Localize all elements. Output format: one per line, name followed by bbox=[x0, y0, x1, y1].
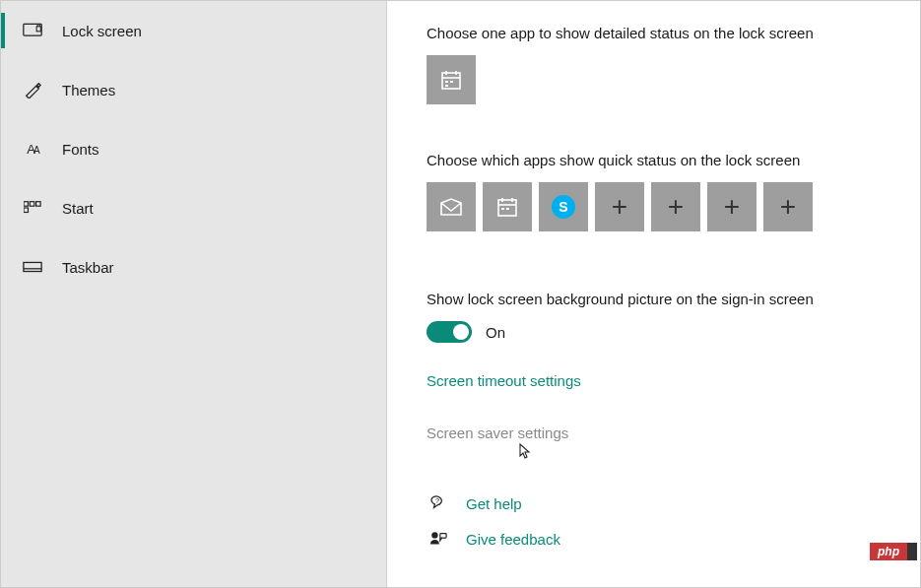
plus-icon: + bbox=[780, 193, 796, 221]
svg-rect-13 bbox=[450, 81, 453, 83]
svg-point-22 bbox=[431, 532, 437, 538]
themes-icon bbox=[21, 81, 44, 98]
calendar-icon bbox=[439, 68, 463, 92]
svg-rect-5 bbox=[24, 208, 29, 213]
feedback-row[interactable]: Give feedback bbox=[427, 530, 890, 548]
detailed-status-app-tile[interactable] bbox=[427, 55, 476, 104]
detailed-status-label: Choose one app to show detailed status o… bbox=[427, 25, 890, 41]
screen-saver-link[interactable]: Screen saver settings bbox=[427, 425, 890, 441]
sidebar: Lock screen Themes AA Fonts Start Taskba… bbox=[1, 1, 387, 587]
svg-rect-3 bbox=[30, 202, 34, 207]
sidebar-item-themes[interactable]: Themes bbox=[1, 66, 386, 113]
lock-screen-icon bbox=[21, 23, 44, 38]
fonts-icon: AA bbox=[21, 142, 44, 157]
feedback-icon bbox=[427, 530, 450, 548]
svg-rect-19 bbox=[501, 208, 504, 210]
sidebar-item-lock-screen[interactable]: Lock screen bbox=[1, 7, 386, 54]
content-area: Choose one app to show detailed status o… bbox=[387, 1, 920, 587]
quick-status-tile-mail[interactable] bbox=[427, 182, 476, 231]
svg-rect-0 bbox=[24, 24, 41, 35]
help-icon: ? bbox=[427, 494, 450, 512]
quick-status-tile-add[interactable]: + bbox=[763, 182, 813, 231]
start-icon bbox=[21, 201, 44, 215]
watermark-badge: php bbox=[870, 543, 907, 560]
quick-status-label: Choose which apps show quick status on t… bbox=[427, 152, 890, 168]
plus-icon: + bbox=[668, 193, 684, 221]
skype-icon: S bbox=[552, 195, 575, 219]
get-help-link[interactable]: Get help bbox=[466, 495, 522, 512]
calendar-icon bbox=[495, 195, 519, 219]
plus-icon: + bbox=[724, 193, 740, 221]
quick-status-row: S + + + + bbox=[427, 182, 890, 231]
signin-bg-toggle[interactable] bbox=[427, 321, 472, 343]
quick-status-tile-skype[interactable]: S bbox=[539, 182, 588, 231]
detailed-status-row bbox=[427, 55, 890, 104]
taskbar-icon bbox=[21, 261, 44, 273]
get-help-row[interactable]: ? Get help bbox=[427, 494, 890, 512]
quick-status-tile-add[interactable]: + bbox=[595, 182, 644, 231]
plus-icon: + bbox=[612, 193, 627, 221]
sidebar-item-label: Taskbar bbox=[62, 259, 114, 276]
sidebar-item-start[interactable]: Start bbox=[1, 184, 386, 231]
mail-icon bbox=[439, 197, 463, 217]
svg-rect-2 bbox=[24, 202, 29, 207]
sidebar-item-fonts[interactable]: AA Fonts bbox=[1, 125, 386, 172]
quick-status-tile-add[interactable]: + bbox=[707, 182, 757, 231]
sidebar-item-label: Start bbox=[62, 200, 94, 217]
quick-status-tile-calendar[interactable] bbox=[483, 182, 532, 231]
feedback-link[interactable]: Give feedback bbox=[466, 531, 560, 548]
svg-rect-23 bbox=[440, 534, 446, 539]
svg-rect-20 bbox=[506, 208, 509, 210]
quick-status-tile-add[interactable]: + bbox=[651, 182, 700, 231]
svg-text:?: ? bbox=[435, 496, 439, 505]
sidebar-item-label: Lock screen bbox=[62, 23, 142, 39]
signin-bg-label: Show lock screen background picture on t… bbox=[427, 291, 890, 307]
svg-rect-14 bbox=[445, 85, 448, 87]
svg-rect-12 bbox=[445, 81, 448, 83]
sidebar-item-label: Fonts bbox=[62, 141, 99, 158]
cursor-icon bbox=[515, 442, 531, 466]
watermark-stripe bbox=[907, 543, 917, 560]
svg-rect-6 bbox=[24, 262, 41, 271]
svg-rect-4 bbox=[36, 202, 41, 207]
signin-bg-state: On bbox=[486, 324, 505, 341]
sidebar-item-taskbar[interactable]: Taskbar bbox=[1, 243, 386, 291]
svg-rect-1 bbox=[36, 27, 40, 32]
screen-timeout-link[interactable]: Screen timeout settings bbox=[427, 372, 890, 389]
sidebar-item-label: Themes bbox=[62, 82, 115, 98]
